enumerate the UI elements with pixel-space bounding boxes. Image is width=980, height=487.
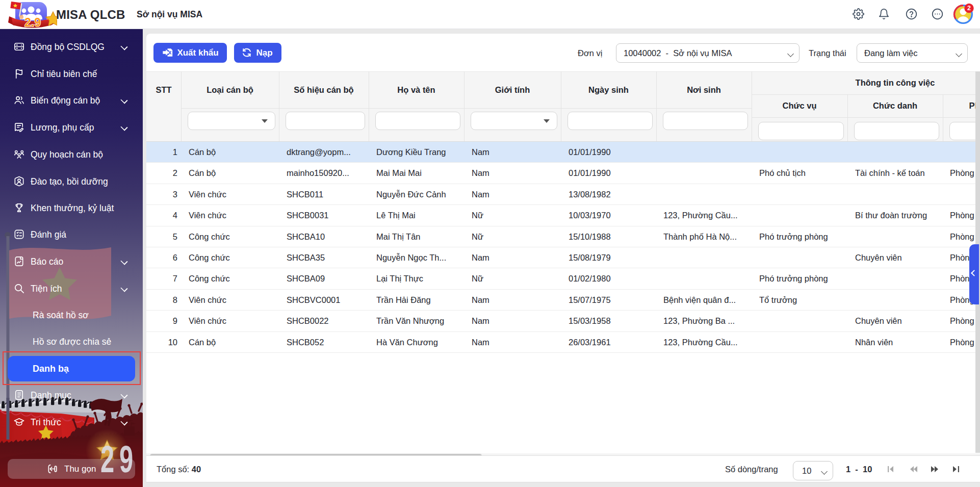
- svg-text:2.9: 2.9: [24, 16, 41, 29]
- svg-text:2: 2: [967, 5, 971, 12]
